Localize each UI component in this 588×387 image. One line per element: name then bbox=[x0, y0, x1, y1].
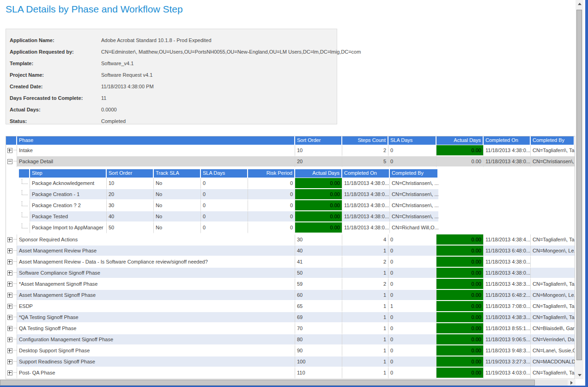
step-name: Package Creation ? 2 bbox=[30, 200, 107, 211]
scroll-right-button[interactable] bbox=[568, 380, 576, 386]
actual-days: 0.00 bbox=[436, 356, 484, 368]
column-header: Actual Days bbox=[295, 169, 342, 178]
expand-cell[interactable] bbox=[6, 268, 17, 279]
expand-icon[interactable] bbox=[7, 326, 12, 331]
info-field-label: Template: bbox=[10, 61, 101, 66]
step-name: Package Creation - 1 bbox=[30, 189, 107, 200]
tree-cell bbox=[19, 222, 30, 233]
expand-cell[interactable] bbox=[6, 279, 17, 290]
expand-cell[interactable] bbox=[6, 156, 17, 167]
expand-cell[interactable] bbox=[6, 334, 17, 345]
completed-by: CN=Richard Will,O... bbox=[390, 222, 438, 233]
tree-dots bbox=[13, 372, 17, 373]
completed-on: 11/18/2013 4:38:0... bbox=[342, 200, 390, 211]
header-spacer bbox=[6, 136, 17, 145]
tree-dots bbox=[13, 150, 17, 151]
expand-icon[interactable] bbox=[7, 148, 12, 153]
actual-days: 0.00 bbox=[436, 268, 484, 279]
completed-by: CN=Mongeon\, Le... bbox=[531, 246, 575, 257]
expand-icon[interactable] bbox=[7, 370, 12, 375]
sla-days: 0 bbox=[201, 200, 248, 211]
sla-days: 0 bbox=[388, 246, 436, 257]
expand-icon[interactable] bbox=[7, 337, 12, 342]
expand-cell[interactable] bbox=[6, 257, 17, 268]
expand-cell[interactable] bbox=[6, 290, 17, 301]
expand-cell[interactable] bbox=[6, 246, 17, 257]
scroll-down-button[interactable] bbox=[576, 371, 583, 379]
phase-row: Package Detail20500.0011/18/2013 4:38:0.… bbox=[6, 156, 575, 167]
vertical-scrollbar-thumb[interactable] bbox=[576, 10, 582, 360]
expand-icon[interactable] bbox=[7, 270, 12, 276]
scroll-up-button[interactable] bbox=[576, 0, 583, 8]
expand-cell[interactable] bbox=[6, 145, 17, 156]
completed-by: CN=Christiansen\, ... bbox=[390, 178, 438, 189]
sort-order: 40 bbox=[295, 246, 342, 257]
expand-icon[interactable] bbox=[7, 359, 12, 364]
phase-name: Asset Management Review Phase bbox=[17, 246, 295, 257]
vertical-scrollbar[interactable] bbox=[576, 0, 583, 379]
expand-icon[interactable] bbox=[7, 348, 12, 353]
collapse-icon[interactable] bbox=[7, 159, 12, 164]
expand-cell[interactable] bbox=[6, 345, 17, 356]
tree-branch-icon bbox=[21, 211, 28, 221]
expand-icon[interactable] bbox=[7, 315, 12, 320]
phase-row: Configuration Management Signoff Phase80… bbox=[6, 334, 575, 345]
sort-order: 69 bbox=[295, 312, 342, 323]
horizontal-scrollbar-thumb[interactable] bbox=[0, 380, 535, 386]
expand-cell[interactable] bbox=[6, 323, 17, 334]
sort-order: 110 bbox=[295, 368, 342, 379]
page-title: SLA Details by Phase and Workflow Step bbox=[6, 4, 183, 15]
expand-icon[interactable] bbox=[7, 248, 12, 253]
sla-days: 0 bbox=[388, 368, 436, 379]
completed-on: 11/18/2013 4:38:0... bbox=[342, 178, 390, 189]
tree-dots bbox=[13, 272, 17, 273]
step-name: Package Tested bbox=[30, 211, 107, 222]
completed-by: CN=Christiansen\, ... bbox=[531, 156, 575, 167]
completed-by: CN=Tagliaferri\, Ta... bbox=[531, 145, 575, 156]
sort-order: 10 bbox=[107, 178, 154, 189]
tree-dots bbox=[13, 283, 17, 284]
completed-on: 11/18/2013 6:48:0... bbox=[484, 246, 531, 257]
expand-cell[interactable] bbox=[6, 368, 17, 379]
sort-order: 80 bbox=[295, 334, 342, 345]
sort-order: 65 bbox=[295, 301, 342, 312]
steps-count: 1 bbox=[342, 368, 388, 379]
actual-days: 0.00 bbox=[436, 301, 484, 312]
info-row: Template:Software_v4.1 bbox=[10, 57, 337, 69]
sort-order: 30 bbox=[295, 234, 342, 246]
expand-icon[interactable] bbox=[7, 237, 12, 242]
risk-period: 0 bbox=[248, 222, 295, 233]
sla-days: 0 bbox=[388, 234, 436, 246]
expand-cell[interactable] bbox=[6, 312, 17, 323]
tree-dots bbox=[13, 328, 17, 329]
sla-days: 0 bbox=[201, 189, 248, 200]
phase-row: *Asset Management Signoff Phase59200.001… bbox=[6, 279, 575, 290]
phase-name: QA Testing Signoff Phase bbox=[17, 323, 295, 334]
phase-name: Software Compliance Signoff Phase bbox=[17, 268, 295, 279]
expand-icon[interactable] bbox=[7, 293, 12, 298]
expand-cell[interactable] bbox=[6, 356, 17, 368]
scrollbar-corner bbox=[576, 380, 583, 386]
info-row: Application Requested by:CN=Edminster\, … bbox=[10, 46, 337, 57]
steps-count: 2 bbox=[342, 257, 388, 268]
info-row: Application Name:Adobe Acrobat Standard … bbox=[10, 34, 337, 46]
tree-dots bbox=[13, 361, 17, 362]
column-header: Actual Days bbox=[436, 136, 484, 145]
sla-days: 0 bbox=[388, 345, 436, 356]
completed-by: CN=Tagliaferri\, Ta... bbox=[531, 368, 575, 379]
horizontal-scrollbar[interactable] bbox=[0, 380, 576, 386]
sla-days: 0 bbox=[201, 178, 248, 189]
track-sla: No bbox=[154, 178, 201, 189]
expand-icon[interactable] bbox=[7, 259, 12, 264]
expand-cell[interactable] bbox=[6, 234, 17, 246]
expand-cell[interactable] bbox=[6, 301, 17, 312]
step-row: Package Tested40No000.0011/18/2013 4:38:… bbox=[19, 211, 438, 222]
expand-icon[interactable] bbox=[7, 304, 12, 309]
completed-by: CN=Tagliaferri\, Ta... bbox=[531, 234, 575, 246]
phase-name: Asset Management Signoff Phase bbox=[17, 290, 295, 301]
column-header: Completed By bbox=[390, 169, 438, 178]
sla-days: 0 bbox=[201, 211, 248, 222]
expand-icon[interactable] bbox=[7, 282, 12, 287]
actual-days: 0.00 bbox=[436, 246, 484, 257]
info-field-label: Application Requested by: bbox=[10, 49, 101, 55]
